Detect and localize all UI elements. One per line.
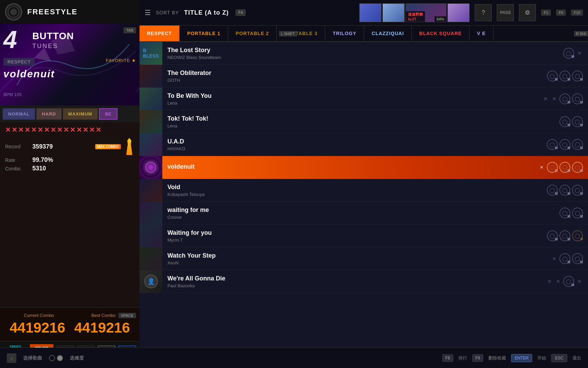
tab-portable2[interactable]: PORTABLE 2	[228, 26, 277, 41]
tab-portable1[interactable]: PORTABLE 1	[180, 26, 228, 41]
ctrl-x-tobe-1[interactable]: ×	[542, 94, 549, 104]
tab-clazziquai[interactable]: CLAZZIQUAI	[364, 26, 412, 41]
ctrl-icon-wys-2[interactable]: ◯M	[572, 253, 583, 264]
song-name-obliterator: The Obliterator	[167, 70, 542, 77]
ctrl-x-wagd-3[interactable]: ×	[576, 276, 583, 287]
ctrl-icon-wfy-2[interactable]: ◯M	[559, 230, 570, 241]
song-info-to-be-with-you: To Be With You Lena	[162, 92, 542, 106]
song-name-lost-story: The Lost Story	[167, 47, 558, 54]
difficulty-buttons: NORMAL HARD MAXIMUM SC	[0, 106, 140, 122]
ctrl-icon-tobe-2[interactable]: ◯M	[572, 93, 583, 104]
grade-x-2: ✕	[12, 126, 17, 134]
ctrl-icon-vol-3[interactable]: ◯M	[572, 162, 583, 173]
difficulty-maximum[interactable]: MAXIMUM	[63, 108, 98, 120]
help-button[interactable]: ?	[475, 4, 492, 21]
settings-button[interactable]: ⚙	[519, 4, 536, 21]
preview-thumb-2	[382, 3, 405, 22]
bottom-bar: ♪ 选择歌曲 选难度 F8 排行 F9 删除收藏 ENTER 开始 ESC 退出	[0, 348, 588, 368]
ctrl-icon-void-3[interactable]: ◯M	[572, 185, 583, 196]
song-thumb-void	[140, 179, 162, 202]
grade-x-5: ✕	[31, 126, 37, 134]
ctrl-icon-1[interactable]: ◯M	[563, 48, 574, 59]
select-song-label: 选择歌曲	[23, 355, 42, 361]
grade-x-7: ✕	[44, 126, 50, 134]
respect-badge: RESPECT	[3, 58, 35, 66]
tab-ve[interactable]: V E	[470, 26, 494, 41]
ctrl-x-vol[interactable]: ×	[538, 162, 545, 173]
song-thumb-obliterator	[140, 65, 162, 88]
ctrl-x-wys[interactable]: ×	[551, 254, 558, 264]
song-name-waiting-for-me: waiting for me	[167, 206, 554, 214]
grade-x-4: ✕	[24, 126, 30, 134]
ctrl-icon-wfy-1[interactable]: ◯M	[547, 230, 558, 241]
ctrl-icon-tobe-1[interactable]: ◯M	[559, 93, 570, 104]
current-combo-label: Current Combo	[24, 313, 54, 318]
ranking-label: 排行	[458, 355, 467, 361]
song-controls-uad: ◯M ◯M ◯M	[547, 139, 588, 150]
ctrl-icon-void-1[interactable]: ◯M	[547, 185, 558, 196]
song-thumb-lost-story: BBLESS	[140, 42, 162, 65]
difficulty-sc[interactable]: SC	[99, 108, 117, 120]
ctrl-icon-tok-1[interactable]: ◯M	[559, 116, 570, 127]
ctrl-icon-wfm-1[interactable]: ◯M	[559, 208, 570, 218]
song-row-lost-story[interactable]: BBLESS The Lost Story NEOWIZ Bless Sound…	[140, 42, 588, 65]
menu-icon[interactable]: ☰	[145, 9, 151, 17]
ctrl-x-wagd-2[interactable]: ×	[555, 276, 562, 287]
song-name-voldenuit: voldenuit	[167, 163, 533, 170]
song-thumb-voldenuit	[140, 156, 162, 179]
ctrl-icon-void-2[interactable]: ◯M	[559, 185, 570, 196]
song-thumb-uad	[140, 133, 162, 156]
ctrl-icon-uad-3[interactable]: ◯M	[572, 139, 583, 150]
song-row-voldenuit[interactable]: voldenuit × ◯M ◯M ◯M	[140, 156, 588, 179]
tab-blacksquare[interactable]: BLACK SQUARE	[412, 26, 470, 41]
score-details: Record 359379 MAX COMBO Rate 99.70% Comb…	[5, 138, 134, 172]
song-thumb-waiting-for-me	[140, 202, 162, 225]
song-row-watch-your-step[interactable]: Watch Your Step XeoN × ◯M ◯M	[140, 247, 588, 270]
song-row-to-be-with-you[interactable]: To Be With You Lena × × ◯M ◯M	[140, 88, 588, 110]
select-song-icon: ♪	[7, 353, 16, 363]
difficulty-dots	[49, 355, 63, 361]
ctrl-icon-vol-2[interactable]: ◯M	[559, 162, 570, 173]
song-row-were-all-gonna-die[interactable]: 👤 We're All Gonna Die Paul Bazooka × × ◯…	[140, 270, 588, 293]
ctrl-icon-wagd-1[interactable]: ◯M	[563, 276, 574, 287]
song-row-waiting-for-me[interactable]: waiting for me Croove ◯M ◯M	[140, 202, 588, 225]
ctrl-x-wagd-1[interactable]: ×	[546, 276, 553, 287]
song-controls-tok: ◯M ◯M	[559, 116, 588, 127]
song-row-uad[interactable]: U.A.D HAYAKO ◯M ◯M ◯M	[140, 133, 588, 156]
level-badge: 迷途野舞 lv.27	[406, 11, 425, 22]
song-controls-waiting-for-you: ◯M ◯M ◯P	[547, 230, 588, 241]
ctrl-icon-uad-2[interactable]: ◯M	[559, 139, 570, 150]
song-list[interactable]: BBLESS The Lost Story NEOWIZ Bless Sound…	[140, 42, 588, 368]
song-controls-lost-story: ◯M ×	[563, 48, 588, 59]
tab-trilogy[interactable]: TRILOGY	[325, 26, 364, 41]
vinyl-icon	[5, 3, 22, 20]
song-controls-to-be-with-you: × × ◯M ◯M	[542, 93, 588, 104]
song-artist-were-all-gonna-die: Paul Bazooka	[167, 283, 541, 288]
grade-x-9: ✕	[57, 126, 63, 134]
difficulty-normal[interactable]: NORMAL	[3, 108, 35, 120]
difficulty-hard[interactable]: HARD	[36, 108, 62, 120]
ctrl-icon-wfy-3[interactable]: ◯P	[572, 230, 583, 241]
song-row-tok[interactable]: Tok! Tok! Tok! Lena ◯M ◯M	[140, 110, 588, 133]
ctrl-icon-wys-1[interactable]: ◯M	[559, 253, 570, 264]
ctrl-icon-4[interactable]: ◯M	[572, 71, 583, 81]
grade-x-13: ✕	[83, 126, 88, 134]
ctrl-icon-tok-2[interactable]: ◯M	[572, 116, 583, 127]
pass-button[interactable]: PASS	[497, 4, 514, 21]
rshift-badge: R SHI	[574, 31, 588, 36]
ctrl-x-tobe-2[interactable]: ×	[551, 94, 558, 104]
song-row-obliterator[interactable]: The Obliterator GOTH ◯M ◯M ◯M	[140, 65, 588, 88]
ctrl-x-1[interactable]: ×	[576, 48, 583, 59]
ctrl-icon-uad-1[interactable]: ◯M	[547, 139, 558, 150]
ctrl-icon-3[interactable]: ◯M	[559, 71, 570, 81]
ctrl-icon-vol-1[interactable]: ◯M	[547, 162, 558, 173]
ctrl-icon-2[interactable]: ◯M	[547, 71, 558, 81]
song-row-waiting-for-you[interactable]: Waiting for you Mycin.T ◯M ◯M ◯P	[140, 225, 588, 247]
song-row-void[interactable]: Void Kobayashi Tetsuya ◯M ◯M ◯M	[140, 179, 588, 202]
song-name-waiting-for-you: Waiting for you	[167, 229, 542, 236]
ctrl-icon-wfm-2[interactable]: ◯M	[572, 208, 583, 218]
combo-value: 5310	[32, 165, 134, 172]
song-thumb-to-be-with-you	[140, 88, 162, 110]
tab-respect[interactable]: RESPECT	[140, 26, 180, 41]
lshift-badge: L SHIFT	[279, 31, 297, 36]
